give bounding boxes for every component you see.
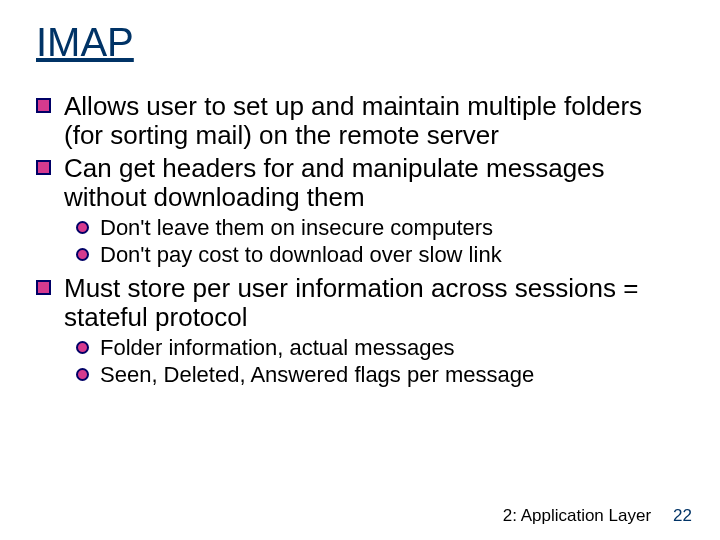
bullet-level2: Seen, Deleted, Answered flags per messag… — [76, 363, 684, 388]
page-number: 22 — [673, 506, 692, 526]
square-bullet-icon — [36, 92, 64, 113]
circle-bullet-icon — [76, 363, 100, 381]
footer-section: 2: Application Layer — [503, 506, 651, 526]
circle-bullet-icon — [76, 243, 100, 261]
sub-bullet-text: Don't leave them on insecure computers — [100, 216, 684, 241]
sub-bullet-group: Don't leave them on insecure computers D… — [76, 216, 684, 267]
bullet-level2: Folder information, actual messages — [76, 336, 684, 361]
slide-footer: 2: Application Layer 22 — [503, 506, 692, 526]
slide: IMAP Allows user to set up and maintain … — [0, 0, 720, 540]
circle-bullet-icon — [76, 336, 100, 354]
sub-bullet-text: Don't pay cost to download over slow lin… — [100, 243, 684, 268]
bullet-level1: Can get headers for and manipulate messa… — [36, 154, 684, 212]
slide-title: IMAP — [36, 20, 684, 64]
square-bullet-icon — [36, 274, 64, 295]
square-bullet-icon — [36, 154, 64, 175]
bullet-text: Allows user to set up and maintain multi… — [64, 92, 684, 150]
sub-bullet-text: Seen, Deleted, Answered flags per messag… — [100, 363, 684, 388]
sub-bullet-group: Folder information, actual messages Seen… — [76, 336, 684, 387]
bullet-text: Can get headers for and manipulate messa… — [64, 154, 684, 212]
bullet-text: Must store per user information across s… — [64, 274, 684, 332]
bullet-level2: Don't leave them on insecure computers — [76, 216, 684, 241]
bullet-level2: Don't pay cost to download over slow lin… — [76, 243, 684, 268]
bullet-level1: Allows user to set up and maintain multi… — [36, 92, 684, 150]
sub-bullet-text: Folder information, actual messages — [100, 336, 684, 361]
slide-body: Allows user to set up and maintain multi… — [36, 92, 684, 387]
circle-bullet-icon — [76, 216, 100, 234]
bullet-level1: Must store per user information across s… — [36, 274, 684, 332]
